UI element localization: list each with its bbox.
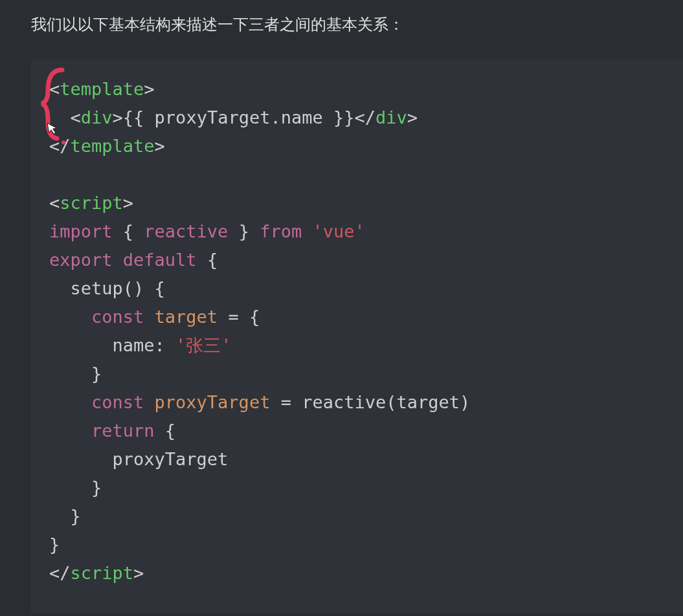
code-token [239,307,249,327]
code-token: return [91,421,155,441]
code-token: </ [354,107,375,127]
code-token: </ [49,563,71,583]
code-token: ) [460,392,470,412]
code-token: template [60,79,144,99]
code-token: proxyTarget.name [155,107,323,127]
code-token: reactive [302,392,386,412]
code-token [49,478,91,498]
code-token: 'vue' [312,221,364,241]
code-token [144,307,154,327]
code-block: <template> <div>{{ proxyTarget.name }}</… [31,60,683,613]
code-token: const [91,307,144,327]
code-token [49,335,113,355]
code-token: target [397,392,460,412]
code-token [113,221,123,241]
code-token [49,392,91,412]
code-token [249,221,260,241]
code-token [197,250,207,270]
code-token: proxyTarget [155,392,271,412]
code-token [49,449,113,469]
code-token: : [155,335,176,355]
code-token: '张三' [175,335,232,355]
code-token: { [207,250,218,270]
code-token [291,392,302,412]
code-token [155,421,165,441]
code-token [302,221,312,241]
code-token: } [49,534,60,555]
code-token: > [407,107,418,127]
code-token: { [165,421,175,441]
code-token [144,392,154,412]
code-content: <template> <div>{{ proxyTarget.name }}</… [49,75,665,588]
code-token [144,278,154,298]
code-token: = [281,392,291,412]
code-token: { [155,278,165,298]
code-token: div [375,107,407,127]
code-token: < [49,79,60,99]
code-token: } [91,364,102,384]
code-token: > [123,193,133,213]
code-token [218,307,228,327]
code-token [270,392,280,412]
code-token: { [249,307,260,327]
code-token: > [133,563,144,583]
code-token [49,307,91,327]
code-token: {{ [123,107,155,127]
code-token: </ [49,136,71,156]
code-token: > [113,107,123,127]
code-token: > [144,79,154,99]
code-token: } [71,506,81,526]
code-token: { [123,221,144,241]
code-token: > [155,136,165,156]
code-token: ( [386,392,396,412]
code-token: default [123,250,197,270]
code-token: } [228,221,249,241]
code-token: target [155,307,218,327]
code-token: script [71,563,134,583]
code-token [113,250,123,270]
page: 我们以以下基本结构来描述一下三者之间的基本关系： <template> <div… [0,0,683,613]
code-token: div [81,107,113,127]
code-token: reactive [144,221,228,241]
code-token: }} [323,107,355,127]
code-token [49,421,91,441]
code-token: template [71,136,155,156]
code-token [49,278,71,298]
code-token: import [49,221,113,241]
code-token: const [91,392,144,412]
code-token [49,364,91,384]
code-token: } [91,478,102,498]
code-token: < [71,107,81,127]
code-token [49,506,71,526]
intro-text: 我们以以下基本结构来描述一下三者之间的基本关系： [0,13,683,36]
code-token [49,107,71,127]
code-token: proxyTarget [113,449,229,469]
code-token: = [228,307,238,327]
code-token: < [49,193,60,213]
code-token: setup [71,278,123,298]
code-token: () [123,278,144,298]
code-token: name [113,335,155,355]
code-token: export [49,250,113,270]
code-token: from [260,221,302,241]
code-token: script [60,193,123,213]
